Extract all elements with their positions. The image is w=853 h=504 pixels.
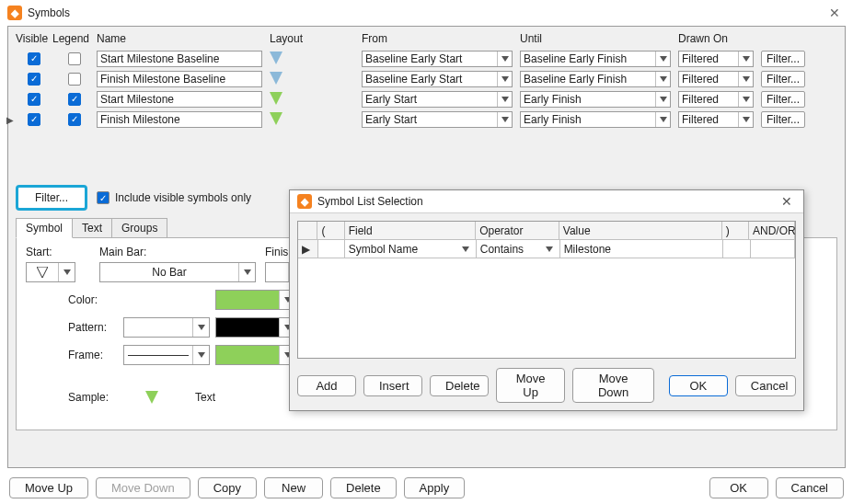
col-name: Name [97, 32, 270, 45]
pattern-left-swatch[interactable] [123, 317, 210, 338]
visible-checkbox[interactable] [28, 52, 40, 65]
drawn-select[interactable]: Filtered [678, 51, 754, 67]
from-select[interactable]: Early Start [362, 111, 513, 128]
drawn-select[interactable]: Filtered [678, 71, 754, 87]
table-row[interactable]: Finish Milestone BaselineBaseline Early … [16, 69, 837, 89]
new-button[interactable]: New [264, 477, 323, 498]
delete-button[interactable]: Delete [330, 477, 397, 498]
col-legend: Legend [52, 32, 97, 45]
color-swatch[interactable] [215, 290, 296, 310]
pattern-label: Pattern: [68, 321, 123, 334]
until-select[interactable]: Baseline Early Finish [520, 51, 671, 67]
dlg-move-up-button[interactable]: Move Up [496, 368, 565, 403]
close-icon: ✕ [781, 194, 792, 209]
symbols-window: ◆ Symbols ✕ Visible Legend Name Layout F… [0, 0, 853, 504]
start-shape-icon [37, 267, 48, 278]
name-cell[interactable]: Finish Milestone Baseline [97, 71, 262, 87]
dlg-ok-button[interactable]: OK [669, 375, 728, 396]
symbol-list-selection-dialog: ◆ Symbol List Selection ✕ ( Field Operat… [289, 189, 804, 411]
move-down-button[interactable]: Move Down [96, 477, 190, 498]
table-row[interactable]: Start Milestone BaselineBaseline Early S… [16, 49, 837, 69]
cell-operator-value: Contains [480, 243, 543, 256]
mainbar-value: No Bar [100, 266, 238, 279]
cell-operator[interactable]: Contains [477, 240, 560, 258]
from-select[interactable]: Early Start [362, 91, 513, 108]
layout-triangle-icon [270, 52, 282, 64]
include-visible-checkbox[interactable] [97, 191, 110, 204]
table-row[interactable]: ▶Finish MilestoneEarly StartEarly Finish… [16, 109, 837, 130]
tab-groups[interactable]: Groups [111, 218, 167, 238]
visible-checkbox[interactable] [28, 93, 40, 106]
svg-marker-12 [270, 112, 282, 125]
cancel-button[interactable]: Cancel [776, 477, 844, 498]
chevron-down-icon [58, 263, 75, 281]
table-row[interactable]: Start MilestoneEarly StartEarly FinishFi… [16, 89, 837, 109]
apply-button[interactable]: Apply [404, 477, 466, 498]
dialog-row[interactable]: ▶ Symbol Name Contains Milestone [298, 240, 795, 258]
col-layout: Layout [270, 32, 362, 45]
close-icon: ✕ [829, 6, 840, 20]
dialog-grid: ( Field Operator Value ) AND/OR ▶ Symbol… [297, 221, 796, 359]
window-title: Symbols [28, 6, 70, 19]
chevron-down-icon [738, 92, 753, 107]
svg-marker-23 [198, 352, 205, 358]
cell-value[interactable]: Milestone [560, 240, 724, 258]
symbols-grid: Visible Legend Name Layout From Until Dr… [16, 32, 837, 130]
svg-marker-25 [145, 391, 158, 404]
pattern-right-swatch[interactable] [215, 317, 296, 338]
svg-marker-26 [462, 246, 469, 252]
name-cell[interactable]: Finish Milestone [97, 111, 262, 128]
dlg-cancel-button[interactable]: Cancel [735, 375, 796, 396]
dialog-title: Symbol List Selection [317, 195, 423, 208]
dialog-titlebar: ◆ Symbol List Selection ✕ [290, 190, 803, 213]
row-filter-button[interactable]: Filter... [761, 111, 805, 128]
dlg-move-down-button[interactable]: Move Down [572, 368, 654, 403]
from-select[interactable]: Baseline Early Start [362, 51, 513, 67]
copy-button[interactable]: Copy [198, 477, 257, 498]
until-select[interactable]: Early Finish [520, 91, 671, 108]
dialog-close-button[interactable]: ✕ [778, 194, 796, 209]
start-shape-select[interactable] [26, 262, 75, 282]
drawn-select[interactable]: Filtered [678, 91, 754, 108]
ok-button[interactable]: OK [709, 477, 768, 498]
row-filter-button[interactable]: Filter... [761, 71, 805, 87]
name-cell[interactable]: Start Milestone [97, 91, 262, 108]
dlg-delete-button[interactable]: Delete [430, 375, 489, 396]
until-select[interactable]: Baseline Early Finish [520, 71, 671, 87]
cell-field[interactable]: Symbol Name [345, 240, 477, 258]
footer: Move Up Move Down Copy New Delete Apply … [0, 472, 853, 504]
filter-button[interactable]: Filter... [16, 185, 87, 211]
cell-close-paren[interactable] [723, 240, 750, 258]
dlg-insert-button[interactable]: Insert [363, 375, 422, 396]
tab-symbol[interactable]: Symbol [16, 218, 73, 238]
legend-checkbox[interactable] [68, 113, 81, 126]
chevron-down-icon [459, 246, 472, 252]
visible-checkbox[interactable] [28, 73, 40, 86]
move-up-button[interactable]: Move Up [9, 477, 88, 498]
row-filter-button[interactable]: Filter... [761, 91, 805, 108]
cell-field-value: Symbol Name [349, 243, 459, 256]
cell-open-paren[interactable] [318, 240, 345, 258]
titlebar: ◆ Symbols ✕ [0, 0, 853, 26]
legend-checkbox[interactable] [68, 93, 81, 106]
visible-checkbox[interactable] [28, 113, 40, 126]
mainbar-select[interactable]: No Bar [99, 262, 256, 282]
dlg-add-button[interactable]: Add [297, 375, 356, 396]
legend-checkbox[interactable] [68, 52, 81, 65]
svg-marker-9 [501, 97, 509, 102]
frame-left-swatch[interactable] [123, 345, 210, 365]
from-select[interactable]: Baseline Early Start [362, 71, 513, 87]
frame-right-swatch[interactable] [215, 345, 296, 365]
svg-marker-6 [660, 76, 667, 82]
legend-checkbox[interactable] [68, 73, 81, 86]
name-cell[interactable]: Start Milestone Baseline [97, 51, 262, 67]
tab-text[interactable]: Text [72, 218, 112, 238]
row-filter-button[interactable]: Filter... [761, 51, 805, 67]
svg-marker-8 [270, 92, 282, 105]
chevron-down-icon [192, 318, 209, 337]
col-value: Value [559, 222, 722, 240]
drawn-select[interactable]: Filtered [678, 111, 754, 128]
until-select[interactable]: Early Finish [520, 111, 671, 128]
cell-andor[interactable] [751, 240, 796, 258]
window-close-button[interactable]: ✕ [824, 6, 846, 20]
